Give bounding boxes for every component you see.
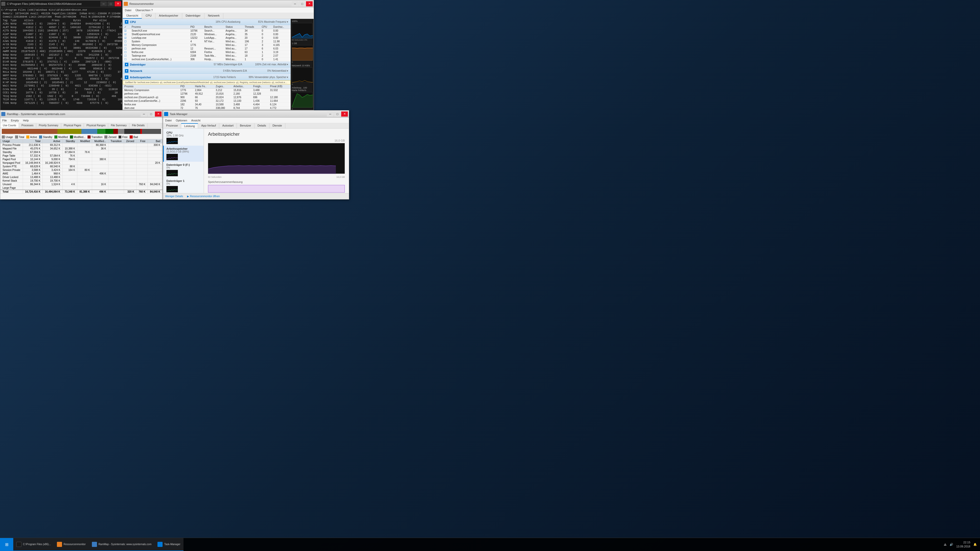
taskman-maximize-button[interactable]: □ [334, 111, 341, 117]
taskbar-item-resmon[interactable]: Ressourcenmonitor [54, 538, 89, 551]
resmon-maximize-button[interactable]: □ [299, 1, 305, 6]
taskman-resmon-link[interactable]: ▶ Ressourcenmonitor öffnen [187, 195, 220, 198]
resmon-net-header[interactable]: ▼ Netzwerk 0 KB/s Netzwerk-E/A 0% Netzwe… [123, 68, 291, 74]
rammap-data-row[interactable]: Process Private 211,636 K 69,312 K 80,36… [0, 143, 162, 147]
taskman-less-details-link[interactable]: Weniger Details [165, 195, 183, 198]
resmon-mem-toggle[interactable]: ▼ [125, 76, 128, 79]
rammap-menu-file[interactable]: File [2, 119, 7, 122]
resmon-mem-row[interactable]: MsMpEng.exe 3856 358 437,152 6,644 2,068… [123, 110, 291, 110]
resmon-cpu-row[interactable]: ☑ LockApp.exe 13232 LockApp... Angeha...… [123, 36, 291, 40]
rammap-data-row[interactable]: Session Private 3,588 K 3,424 K 164 K 80… [0, 168, 162, 172]
rammap-tab-physicalpages[interactable]: Physical Pages [61, 123, 84, 127]
resmon-mem-th-hard: Harte Fe.. [193, 84, 214, 89]
rammap-data-row[interactable]: Driver Locked 13,488 K 13,488 K [0, 176, 162, 179]
resmon-menu-uebersichten[interactable]: Übersichten ? [135, 9, 153, 12]
taskman-close-button[interactable]: ✕ [341, 111, 348, 117]
resmon-close-button[interactable]: ✕ [306, 1, 313, 6]
rammap-data-row[interactable]: Nonpaged Pool 16,148,944 K 16,148,924 K … [0, 161, 162, 165]
taskbar-time[interactable]: 22:15 13.09.2018 [956, 540, 970, 548]
cmd-close-button[interactable]: ✕ [115, 1, 121, 6]
taskman-tab-autostart[interactable]: Autostart [219, 123, 237, 128]
taskman-chart-max: 16,0 GB [336, 176, 345, 178]
rammap-tab-filedetails[interactable]: File Details [129, 123, 147, 127]
taskman-tab-leistung[interactable]: Leistung [181, 123, 198, 128]
taskman-menu-optionen[interactable]: Optionen [176, 119, 187, 122]
resmon-mem-row[interactable]: svchost.exe (DcomLaunch -p) 900 66 20,82… [123, 96, 291, 99]
resmon-mem-row[interactable]: firefox.exe 182 34,40 10,588 3,488 4,464… [123, 103, 291, 106]
resmon-cpu-expand[interactable]: ▼ [286, 21, 289, 23]
rammap-data-row[interactable]: Standby 67,004 K 67,064 K 76 K [0, 151, 162, 154]
resmon-mem-row[interactable]: dwm.exe 72 76 338,080 8,744 3,972 4.772 [123, 106, 291, 110]
resmon-minimize-button[interactable]: ─ [292, 1, 298, 6]
resmon-cpu-row[interactable]: ☐ Memory Compression 1776 Wird au... 17 … [123, 43, 291, 47]
resmon-tab-cpu[interactable]: CPU [142, 13, 155, 19]
rammap-tab-filesummary[interactable]: File Summary [108, 123, 129, 127]
resmon-tab-datentrieger[interactable]: Datenträger [182, 13, 204, 19]
resmon-mem-expand[interactable]: ▼ [286, 76, 289, 79]
taskbar-notification-icon[interactable]: 🔔 [974, 543, 977, 546]
taskman-tab-appverlauf[interactable]: App-Verlauf [198, 123, 219, 128]
rammap-data-row[interactable]: Page Table 57,332 K 57,064 K 76 K [0, 154, 162, 158]
taskman-minimize-button[interactable]: ─ [327, 111, 334, 117]
rammap-data-row[interactable]: System PTE 68,628 K 68,540 K 88 K [0, 165, 162, 168]
resmon-cpu-toggle[interactable]: ▼ [125, 20, 128, 24]
cmd-minimize-button[interactable]: ─ [100, 1, 107, 6]
taskman-sidebar-item-0[interactable]: CPU 15%, 2,88 GHz [163, 130, 204, 146]
rammap-cell-name: Driver Locked [0, 176, 23, 179]
resmon-cpu-row[interactable]: ☑ ShellExperienceHost.exe 2120 Windows..… [123, 33, 291, 36]
taskman-tab-dienste[interactable]: Dienste [269, 123, 285, 128]
resmon-disk-expand[interactable]: ▼ [286, 63, 289, 66]
resmon-cpu-header[interactable]: ▼ CPU 16% CPU-Auslastung 81% Maximale Fr… [123, 19, 291, 25]
rammap-data-row[interactable]: AWE 1,464 K 968 K 496 K [0, 172, 162, 176]
rammap-data-row[interactable]: Kernel Stack 19,700 K 19,700 K [0, 179, 162, 183]
resmon-mem-row[interactable]: svchost.exe (LocalServiceNe...) 2296 93 … [123, 99, 291, 103]
rammap-tab-processes[interactable]: Processes [19, 123, 36, 127]
rammap-data-row[interactable]: Total 16,724,416 K 16,494,064 K 73,348 K… [0, 190, 162, 194]
resmon-cpu-cell-threads: 63 [243, 51, 260, 54]
taskbar-item-rammap[interactable]: RamMap - Sysinternals: www.sysinternals.… [89, 538, 155, 551]
taskman-sidebar-item-1[interactable]: Arbeitsspeicher 15,9/16,0 GB (99%) [163, 146, 204, 162]
rammap-menu-help[interactable]: Help [23, 119, 29, 122]
resmon-cpu-row[interactable]: ☐ perfmon.exe 12 Resourc... Wird au... 1… [123, 47, 291, 51]
rammap-minimize-button[interactable]: ─ [141, 111, 147, 117]
resmon-mem-cell-private: 4.772 [269, 106, 291, 110]
resmon-disk-header[interactable]: ▼ Datenträger 57 MB/s Datenträger-E/A 10… [123, 62, 291, 68]
rammap-menu-empty[interactable]: Empty [11, 119, 19, 122]
taskman-sidebar-item-2[interactable]: Datenträger 0 (F:) 0% [163, 162, 204, 178]
taskman-sidebar-item-3[interactable]: Datenträger 1 0% [163, 178, 204, 193]
rammap-tab-prioritysummary[interactable]: Priority Summary [36, 123, 61, 127]
resmon-disk-toggle[interactable]: ▼ [125, 63, 128, 66]
resmon-mem-row[interactable]: perfmon.exe 12796 49,912 15,816 2,180 12… [123, 92, 291, 96]
taskman-menu-datei[interactable]: Datei [165, 119, 172, 122]
rammap-close-button[interactable]: ✕ [155, 111, 162, 117]
resmon-tab-netzwerk[interactable]: Netzwerk [204, 13, 224, 19]
cmd-maximize-button[interactable]: □ [107, 1, 114, 6]
taskbar-start-button[interactable]: ⊞ [0, 538, 13, 551]
taskbar-item-taskman[interactable]: Task-Manager [154, 538, 183, 551]
taskman-tab-benutzer[interactable]: Benutzer [237, 123, 255, 128]
taskman-tab-details[interactable]: Details [255, 123, 269, 128]
rammap-maximize-button[interactable]: □ [148, 111, 154, 117]
taskman-menu-ansicht[interactable]: Ansicht [191, 119, 200, 122]
resmon-cpu-row[interactable]: ☐ firefox.exe 6304 Firefox Wird au... 63… [123, 51, 291, 54]
resmon-net-toggle[interactable]: ▼ [125, 69, 128, 73]
resmon-mem-row[interactable]: Memory Compression 1776 2,864 3,212 15,8… [123, 89, 291, 92]
resmon-menu-datei[interactable]: Datei [125, 9, 131, 12]
rammap-tab-physicalranges[interactable]: Physical Ranges [84, 123, 108, 127]
cmd-line: Even Nonp 922565853 ( 0) 902547373 ( 0) … [1, 64, 121, 67]
taskbar-item-cmd[interactable]: C:\Program Files (x86)... [13, 538, 54, 551]
resmon-cpu-row[interactable]: ☐ svchost.exe (LocalServiceNoNet...) 306… [123, 58, 291, 61]
resmon-mem-header[interactable]: ▼ Arbeitsspeicher 1715 Harte Fehler/s 99… [123, 74, 291, 80]
rammap-data-row[interactable]: Large Page [0, 186, 162, 190]
rammap-data-row[interactable]: Unused 86,344 K 1,524 K 4 K 16 K 760 K 8… [0, 183, 162, 186]
resmon-tab-arbeitsspeicher[interactable]: Arbeitsspeicher [156, 13, 182, 19]
rammap-data-row[interactable]: Mapped File 45,076 K 34,652 K 10,388 K 3… [0, 147, 162, 151]
taskman-tab-prozesse[interactable]: Prozesse [163, 123, 181, 128]
resmon-net-expand[interactable]: ▼ [286, 70, 289, 72]
resmon-tab-uebersicht[interactable]: Übersicht [123, 13, 142, 19]
resmon-cpu-row[interactable]: ☐ Taskmgr.exe 2168 Task-Ma... Wird au...… [123, 54, 291, 58]
rammap-tab-usecounts[interactable]: Use Counts [0, 123, 19, 127]
resmon-cpu-row[interactable]: ☐ System 4 NT Ker... Wird au... 196 2 11… [123, 40, 291, 43]
rammap-data-row[interactable]: Paged Pool 10,144 K 9,000 K 764 K 380 K [0, 158, 162, 161]
resmon-cpu-row[interactable]: ☑ SearchUI.exe 10796 Search... Angeha...… [123, 29, 291, 33]
